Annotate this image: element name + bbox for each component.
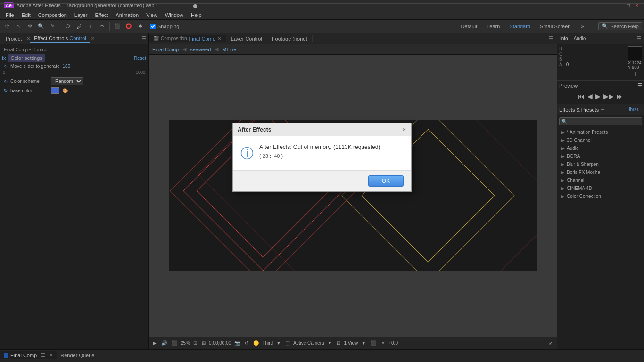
dialog-message: After Effects: Out of memory. (1113K req… — [259, 144, 404, 150]
dialog-body: ⓘ After Effects: Out of memory. (1113K r… — [233, 136, 411, 170]
dialog-info-icon: ⓘ — [240, 145, 254, 163]
dialog-close-button[interactable]: ✕ — [402, 126, 406, 133]
dialog-footer: OK — [233, 170, 411, 191]
dialog-overlay: After Effects ✕ ⓘ After Effects: Out of … — [0, 0, 644, 362]
dialog-title: After Effects — [238, 126, 271, 133]
dialog-ok-button[interactable]: OK — [368, 175, 404, 187]
dialog-content: After Effects: Out of memory. (1113K req… — [259, 144, 404, 159]
dialog-sub-message: ( 23 :: 40 ) — [259, 153, 404, 159]
dialog-titlebar: After Effects ✕ — [233, 123, 411, 136]
error-dialog: After Effects ✕ ⓘ After Effects: Out of … — [232, 123, 412, 192]
